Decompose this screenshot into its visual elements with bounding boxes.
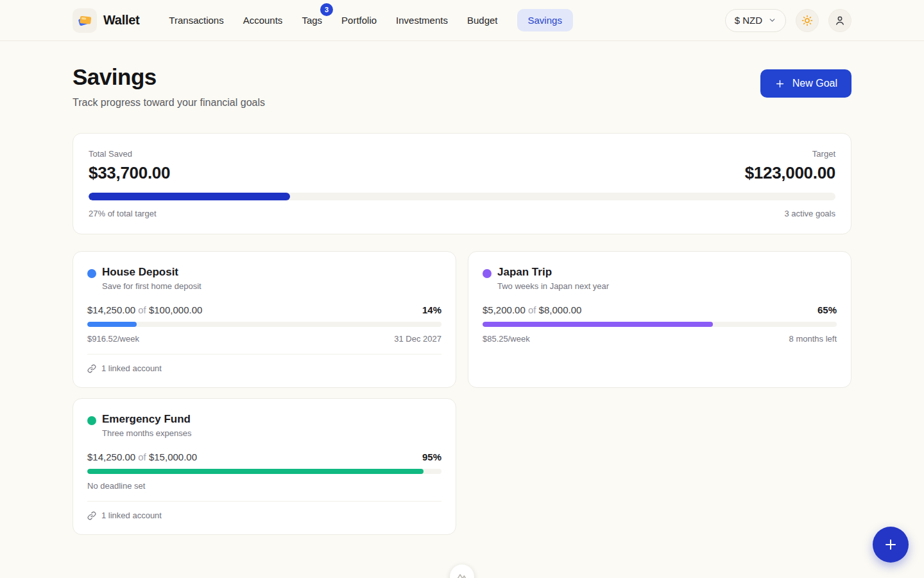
chevron-down-icon (768, 16, 776, 24)
goal-saved-amount: $14,250.00 (87, 451, 135, 462)
page-subtitle: Track progress toward your financial goa… (73, 97, 265, 109)
total-saved-value: $33,700.00 (89, 163, 170, 183)
wallet-logo-icon (73, 8, 97, 33)
total-progress-bar (89, 193, 835, 200)
goal-progress-bar (87, 322, 441, 327)
nav-investments[interactable]: Investments (396, 9, 448, 31)
brand[interactable]: Wallet (73, 8, 139, 33)
goal-target-amount: $8,000.00 (539, 304, 582, 315)
main-nav: Transactions Accounts Tags 3 Portfolio I… (169, 9, 573, 31)
goal-card-house-deposit[interactable]: House Deposit Save for first home deposi… (73, 251, 456, 388)
goals-grid: House Deposit Save for first home deposi… (73, 251, 851, 535)
total-progress-caption: 27% of total target (89, 209, 157, 218)
account-menu-button[interactable] (828, 9, 851, 32)
linked-account-text: 1 linked account (101, 363, 162, 373)
sun-icon (801, 15, 813, 26)
goal-title: Japan Trip (497, 266, 609, 279)
goal-progress-bar (87, 469, 441, 474)
plus-icon (883, 537, 898, 552)
goal-deadline-status: No deadline set (87, 481, 145, 491)
goal-percent: 65% (817, 304, 837, 315)
goal-description: Save for first home deposit (102, 281, 201, 291)
goal-deadline: 8 months left (789, 334, 837, 344)
nav-accounts[interactable]: Accounts (243, 9, 283, 31)
goal-target-amount: $100,000.00 (149, 304, 202, 315)
mountains-badge[interactable] (450, 565, 474, 578)
goal-saved-amount: $5,200.00 (483, 304, 526, 315)
total-saved-label: Total Saved (89, 149, 170, 159)
goal-color-dot (87, 269, 96, 278)
goal-color-dot (87, 416, 96, 425)
plus-icon (774, 78, 785, 89)
nav-transactions[interactable]: Transactions (169, 9, 223, 31)
goal-card-emergency-fund[interactable]: Emergency Fund Three months expenses $14… (73, 398, 456, 535)
header-actions: $ NZD (725, 9, 851, 32)
summary-card: Total Saved $33,700.00 Target $123,000.0… (73, 133, 851, 234)
goal-of-word: of (528, 304, 536, 315)
link-icon (87, 511, 96, 520)
goal-linked-accounts[interactable]: 1 linked account (87, 354, 441, 373)
nav-savings[interactable]: Savings (517, 9, 573, 31)
fab-add-goal-button[interactable] (873, 527, 909, 563)
goal-title: House Deposit (102, 266, 201, 279)
nav-tags-label: Tags (302, 15, 322, 26)
goal-progress-bar (483, 322, 837, 327)
currency-selector[interactable]: $ NZD (725, 9, 786, 32)
total-progress-fill (89, 193, 290, 200)
goal-percent: 95% (422, 451, 441, 462)
nav-budget[interactable]: Budget (467, 9, 498, 31)
active-goals-count: 3 active goals (785, 209, 836, 218)
goal-target-amount: $15,000.00 (149, 451, 197, 462)
savings-page: Savings Track progress toward your finan… (73, 64, 851, 535)
goal-weekly-amount: $916.52/week (87, 334, 139, 344)
top-nav: Wallet Transactions Accounts Tags 3 Port… (0, 0, 924, 41)
goal-progress-fill (87, 469, 424, 474)
goal-percent: 14% (422, 304, 441, 315)
goal-progress-fill (483, 322, 713, 327)
currency-label: $ NZD (735, 15, 762, 26)
nav-tags[interactable]: Tags 3 (302, 9, 322, 31)
goal-description: Two weeks in Japan next year (497, 281, 609, 291)
brand-name: Wallet (103, 13, 139, 28)
theme-toggle-button[interactable] (796, 9, 819, 32)
user-icon (834, 15, 846, 26)
page-title: Savings (73, 64, 265, 90)
goal-of-word: of (138, 451, 146, 462)
tags-count-badge: 3 (320, 3, 333, 16)
goal-saved-amount: $14,250.00 (87, 304, 135, 315)
goal-progress-fill (87, 322, 137, 327)
target-label: Target (745, 149, 835, 159)
goal-linked-accounts[interactable]: 1 linked account (87, 501, 441, 520)
goal-color-dot (483, 269, 492, 278)
new-goal-button[interactable]: New Goal (760, 69, 851, 98)
goal-deadline: 31 Dec 2027 (394, 334, 441, 344)
nav-portfolio[interactable]: Portfolio (341, 9, 377, 31)
goal-weekly-amount: $85.25/week (483, 334, 530, 344)
goal-description: Three months expenses (102, 428, 191, 438)
mountains-icon (456, 570, 468, 578)
target-value: $123,000.00 (745, 163, 835, 183)
goal-card-japan-trip[interactable]: Japan Trip Two weeks in Japan next year … (468, 251, 851, 388)
goal-of-word: of (138, 304, 146, 315)
goal-title: Emergency Fund (102, 413, 191, 426)
new-goal-label: New Goal (792, 78, 837, 89)
linked-account-text: 1 linked account (101, 511, 162, 520)
link-icon (87, 364, 96, 373)
